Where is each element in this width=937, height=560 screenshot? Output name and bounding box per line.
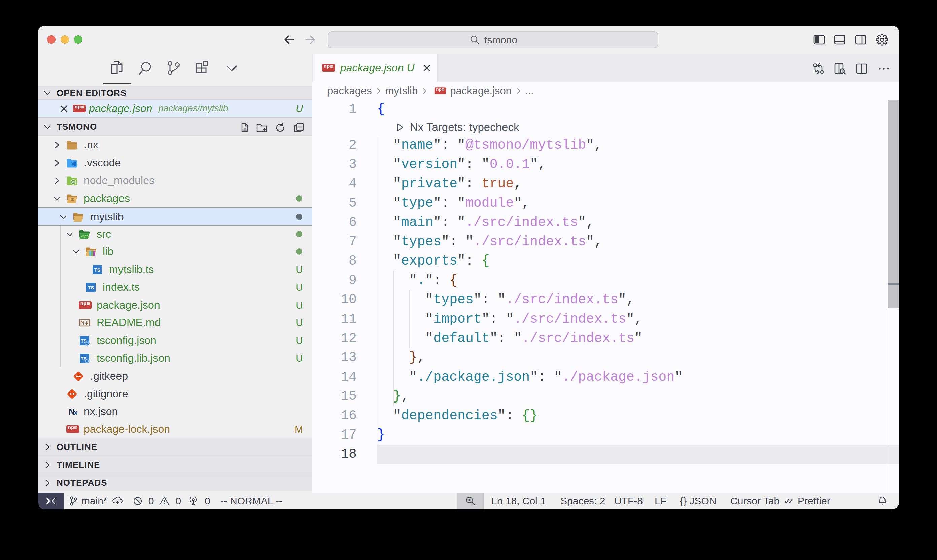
- svg-text:x: x: [74, 409, 78, 416]
- svg-text:TS: TS: [94, 267, 100, 272]
- svg-text:TS: TS: [88, 285, 94, 291]
- svg-text:</>: </>: [81, 234, 89, 239]
- svg-text:JS: JS: [71, 180, 75, 184]
